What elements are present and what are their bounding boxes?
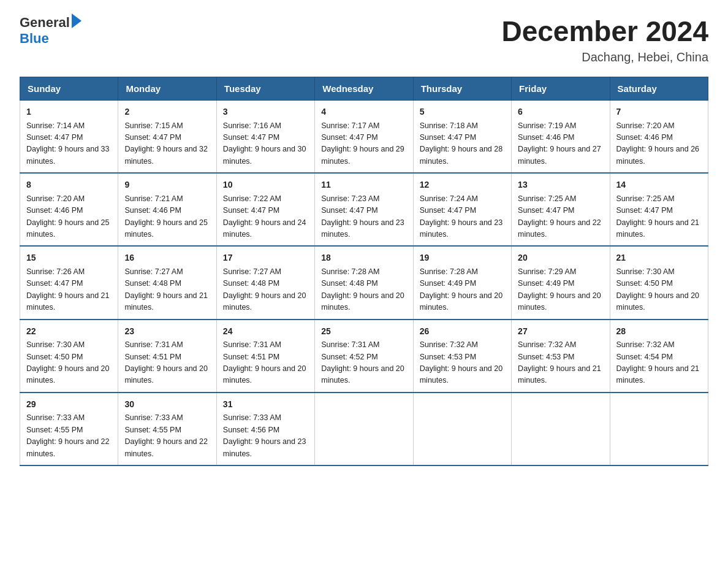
sunset-label: Sunset: 4:47 PM (616, 206, 673, 215)
calendar-cell: 9Sunrise: 7:21 AMSunset: 4:46 PMDaylight… (118, 173, 216, 246)
sunset-label: Sunset: 4:55 PM (26, 426, 83, 434)
calendar-cell: 7Sunrise: 7:20 AMSunset: 4:46 PMDaylight… (610, 101, 708, 174)
calendar-cell: 11Sunrise: 7:23 AMSunset: 4:47 PMDayligh… (315, 173, 413, 246)
day-number: 7 (616, 105, 702, 119)
sunset-label: Sunset: 4:50 PM (616, 279, 673, 288)
calendar-cell: 17Sunrise: 7:27 AMSunset: 4:48 PMDayligh… (216, 246, 314, 319)
calendar-cell (413, 393, 511, 465)
daylight-label: Daylight: 9 hours and 20 minutes. (420, 364, 503, 385)
day-number: 8 (26, 178, 112, 192)
calendar-cell: 6Sunrise: 7:19 AMSunset: 4:46 PMDaylight… (512, 101, 610, 174)
sunrise-label: Sunrise: 7:25 AM (616, 194, 675, 203)
logo-general-text: General (20, 15, 70, 31)
daylight-label: Daylight: 9 hours and 20 minutes. (223, 364, 306, 385)
sunset-label: Sunset: 4:46 PM (124, 206, 181, 215)
day-number: 12 (420, 178, 505, 192)
logo: General Blue (20, 15, 82, 47)
calendar-cell: 16Sunrise: 7:27 AMSunset: 4:48 PMDayligh… (118, 246, 216, 319)
day-number: 16 (124, 251, 210, 265)
daylight-label: Daylight: 9 hours and 22 minutes. (124, 437, 208, 458)
calendar-cell: 4Sunrise: 7:17 AMSunset: 4:47 PMDaylight… (315, 101, 413, 174)
calendar-week-row: 29Sunrise: 7:33 AMSunset: 4:55 PMDayligh… (20, 393, 708, 465)
sunset-label: Sunset: 4:49 PM (518, 279, 574, 288)
daylight-label: Daylight: 9 hours and 20 minutes. (518, 291, 601, 312)
calendar-cell: 20Sunrise: 7:29 AMSunset: 4:49 PMDayligh… (512, 246, 610, 319)
daylight-label: Daylight: 9 hours and 30 minutes. (223, 145, 306, 165)
sunrise-label: Sunrise: 7:33 AM (124, 413, 183, 422)
daylight-label: Daylight: 9 hours and 20 minutes. (124, 364, 208, 385)
calendar-cell: 25Sunrise: 7:31 AMSunset: 4:52 PMDayligh… (315, 320, 413, 393)
calendar-cell: 10Sunrise: 7:22 AMSunset: 4:47 PMDayligh… (216, 173, 314, 246)
calendar-day-header: Wednesday (315, 77, 413, 101)
sunset-label: Sunset: 4:47 PM (420, 133, 476, 142)
calendar-day-header: Saturday (610, 77, 708, 101)
daylight-label: Daylight: 9 hours and 20 minutes. (420, 291, 503, 312)
daylight-label: Daylight: 9 hours and 21 minutes. (616, 364, 700, 385)
calendar-week-row: 1Sunrise: 7:14 AMSunset: 4:47 PMDaylight… (20, 101, 708, 174)
daylight-label: Daylight: 9 hours and 23 minutes. (321, 218, 404, 239)
sunrise-label: Sunrise: 7:16 AM (223, 121, 281, 130)
calendar-cell: 15Sunrise: 7:26 AMSunset: 4:47 PMDayligh… (20, 246, 118, 319)
calendar-week-row: 15Sunrise: 7:26 AMSunset: 4:47 PMDayligh… (20, 246, 708, 319)
calendar-cell: 29Sunrise: 7:33 AMSunset: 4:55 PMDayligh… (20, 393, 118, 465)
sunset-label: Sunset: 4:55 PM (124, 426, 181, 434)
calendar-cell: 23Sunrise: 7:31 AMSunset: 4:51 PMDayligh… (118, 320, 216, 393)
sunset-label: Sunset: 4:47 PM (420, 206, 476, 215)
daylight-label: Daylight: 9 hours and 21 minutes. (26, 291, 110, 312)
calendar-header: SundayMondayTuesdayWednesdayThursdayFrid… (20, 77, 708, 101)
sunrise-label: Sunrise: 7:25 AM (518, 194, 576, 203)
daylight-label: Daylight: 9 hours and 32 minutes. (124, 145, 208, 165)
sunset-label: Sunset: 4:51 PM (223, 353, 279, 361)
calendar-cell: 26Sunrise: 7:32 AMSunset: 4:53 PMDayligh… (413, 320, 511, 393)
sunset-label: Sunset: 4:47 PM (26, 279, 83, 288)
calendar-cell: 24Sunrise: 7:31 AMSunset: 4:51 PMDayligh… (216, 320, 314, 393)
sunrise-label: Sunrise: 7:31 AM (321, 340, 379, 349)
day-number: 5 (420, 105, 505, 119)
daylight-label: Daylight: 9 hours and 21 minutes. (124, 291, 208, 312)
sunrise-label: Sunrise: 7:33 AM (223, 413, 281, 422)
calendar-cell: 2Sunrise: 7:15 AMSunset: 4:47 PMDaylight… (118, 101, 216, 174)
sunset-label: Sunset: 4:53 PM (420, 353, 476, 361)
sunrise-label: Sunrise: 7:24 AM (420, 194, 478, 203)
sunset-label: Sunset: 4:52 PM (321, 353, 377, 361)
day-number: 4 (321, 105, 406, 119)
day-number: 23 (124, 325, 210, 339)
calendar-table: SundayMondayTuesdayWednesdayThursdayFrid… (20, 77, 708, 466)
calendar-cell: 27Sunrise: 7:32 AMSunset: 4:53 PMDayligh… (512, 320, 610, 393)
daylight-label: Daylight: 9 hours and 25 minutes. (124, 218, 208, 239)
calendar-cell: 8Sunrise: 7:20 AMSunset: 4:46 PMDaylight… (20, 173, 118, 246)
sunrise-label: Sunrise: 7:33 AM (26, 413, 85, 422)
daylight-label: Daylight: 9 hours and 25 minutes. (26, 218, 110, 239)
sunset-label: Sunset: 4:47 PM (223, 206, 279, 215)
day-number: 13 (518, 178, 603, 192)
calendar-week-row: 22Sunrise: 7:30 AMSunset: 4:50 PMDayligh… (20, 320, 708, 393)
calendar-cell: 1Sunrise: 7:14 AMSunset: 4:47 PMDaylight… (20, 101, 118, 174)
daylight-label: Daylight: 9 hours and 20 minutes. (26, 364, 110, 385)
sunset-label: Sunset: 4:46 PM (26, 206, 83, 215)
sunset-label: Sunset: 4:48 PM (321, 279, 377, 288)
day-number: 2 (124, 105, 210, 119)
day-number: 26 (420, 325, 505, 339)
daylight-label: Daylight: 9 hours and 20 minutes. (321, 364, 404, 385)
sunset-label: Sunset: 4:50 PM (26, 353, 83, 361)
day-number: 19 (420, 251, 505, 265)
daylight-label: Daylight: 9 hours and 22 minutes. (26, 437, 110, 458)
calendar-week-row: 8Sunrise: 7:20 AMSunset: 4:46 PMDaylight… (20, 173, 708, 246)
sunrise-label: Sunrise: 7:27 AM (223, 267, 281, 276)
sunrise-label: Sunrise: 7:20 AM (26, 194, 85, 203)
calendar-cell: 13Sunrise: 7:25 AMSunset: 4:47 PMDayligh… (512, 173, 610, 246)
sunset-label: Sunset: 4:47 PM (321, 206, 377, 215)
daylight-label: Daylight: 9 hours and 22 minutes. (518, 218, 601, 239)
calendar-cell: 28Sunrise: 7:32 AMSunset: 4:54 PMDayligh… (610, 320, 708, 393)
daylight-label: Daylight: 9 hours and 20 minutes. (223, 291, 306, 312)
calendar-cell (610, 393, 708, 465)
day-number: 15 (26, 251, 112, 265)
daylight-label: Daylight: 9 hours and 33 minutes. (26, 145, 110, 165)
sunset-label: Sunset: 4:47 PM (518, 206, 574, 215)
calendar-day-header: Thursday (413, 77, 511, 101)
calendar-day-header: Sunday (20, 77, 118, 101)
calendar-cell (512, 393, 610, 465)
calendar-cell: 14Sunrise: 7:25 AMSunset: 4:47 PMDayligh… (610, 173, 708, 246)
daylight-label: Daylight: 9 hours and 20 minutes. (321, 291, 404, 312)
sunset-label: Sunset: 4:49 PM (420, 279, 476, 288)
